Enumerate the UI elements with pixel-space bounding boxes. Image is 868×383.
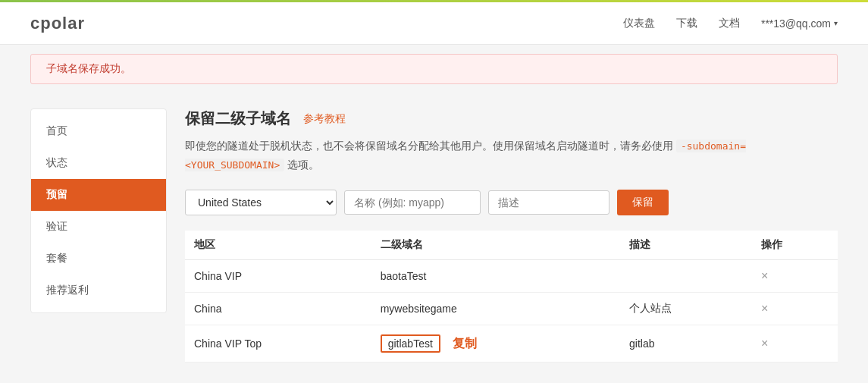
user-menu[interactable]: ***13@qq.com ▾ (761, 17, 838, 30)
alert-success: 子域名保存成功。 (30, 54, 838, 84)
highlighted-domain: gitlabTest (381, 334, 440, 353)
table-header-row: 地区 二级域名 描述 操作 (185, 231, 838, 260)
cell-description: 个人站点 (620, 293, 752, 325)
sidebar-item-home[interactable]: 首页 (31, 115, 166, 147)
subdomain-table: 地区 二级域名 描述 操作 China VIP baotaTest × Chin… (185, 231, 838, 363)
sidebar-item-status[interactable]: 状态 (31, 147, 166, 179)
table-row: China mywebsitegame 个人站点 × (185, 293, 838, 325)
page-description: 即使您的隧道处于脱机状态，也不会将保留域名分配给其他用户。使用保留域名启动隧道时… (185, 137, 838, 174)
page-title: 保留二级子域名 (185, 108, 291, 129)
cell-subdomain: baotaTest (371, 260, 620, 293)
logo: cpolar (30, 14, 85, 33)
main-content: 首页 状态 预留 验证 套餐 推荐返利 保留二级子域名 参考教程 即使您的隧道处… (0, 93, 868, 378)
sidebar-item-referral[interactable]: 推荐返利 (31, 275, 166, 306)
tutorial-link[interactable]: 参考教程 (303, 112, 346, 126)
sidebar-item-reserve[interactable]: 预留 (31, 179, 166, 211)
cell-actions: × (752, 260, 838, 293)
cell-description: gitlab (620, 325, 752, 363)
sidebar-item-verify[interactable]: 验证 (31, 211, 166, 243)
table-row: China VIP baotaTest × (185, 260, 838, 293)
reservation-form: United States China China VIP China VIP … (185, 190, 838, 215)
top-bar: cpolar 仪表盘 下载 文档 ***13@qq.com ▾ (0, 2, 868, 45)
delete-button-1[interactable]: × (761, 302, 768, 315)
sidebar-item-plan[interactable]: 套餐 (31, 243, 166, 275)
user-email-text: ***13@qq.com (761, 17, 831, 30)
col-region: 地区 (185, 231, 371, 260)
col-actions: 操作 (752, 231, 838, 260)
alert-message: 子域名保存成功。 (46, 62, 131, 74)
delete-button-2[interactable]: × (761, 337, 768, 350)
delete-button-0[interactable]: × (761, 269, 768, 282)
cell-region: China VIP Top (185, 325, 371, 363)
sidebar: 首页 状态 预留 验证 套餐 推荐返利 (30, 108, 167, 313)
cell-region: China (185, 293, 371, 325)
nav-dashboard[interactable]: 仪表盘 (623, 17, 655, 30)
description-text: 即使您的隧道处于脱机状态，也不会将保留域名分配给其他用户。使用保留域名启动隧道时… (185, 140, 673, 152)
col-description: 描述 (620, 231, 752, 260)
top-nav: 仪表盘 下载 文档 ***13@qq.com ▾ (623, 17, 838, 30)
cell-actions: × (752, 293, 838, 325)
user-menu-arrow: ▾ (834, 19, 838, 27)
page-header: 保留二级子域名 参考教程 (185, 108, 838, 129)
nav-download[interactable]: 下载 (676, 17, 697, 30)
cell-subdomain-highlighted: gitlabTest 复制 (371, 325, 620, 363)
name-input[interactable] (344, 190, 481, 215)
cell-region: China VIP (185, 260, 371, 293)
table-row: China VIP Top gitlabTest 复制 gitlab × (185, 325, 838, 363)
region-select[interactable]: United States China China VIP China VIP … (185, 190, 337, 215)
nav-docs[interactable]: 文档 (719, 17, 740, 30)
cell-actions: × (752, 325, 838, 363)
save-button[interactable]: 保留 (617, 190, 669, 215)
desc-input[interactable] (488, 190, 609, 215)
cell-description (620, 260, 752, 293)
content-area: 保留二级子域名 参考教程 即使您的隧道处于脱机状态，也不会将保留域名分配给其他用… (185, 108, 838, 363)
copy-button[interactable]: 复制 (453, 337, 477, 350)
col-subdomain: 二级域名 (371, 231, 620, 260)
description-suffix: 选项。 (287, 159, 319, 171)
cell-subdomain: mywebsitegame (371, 293, 620, 325)
